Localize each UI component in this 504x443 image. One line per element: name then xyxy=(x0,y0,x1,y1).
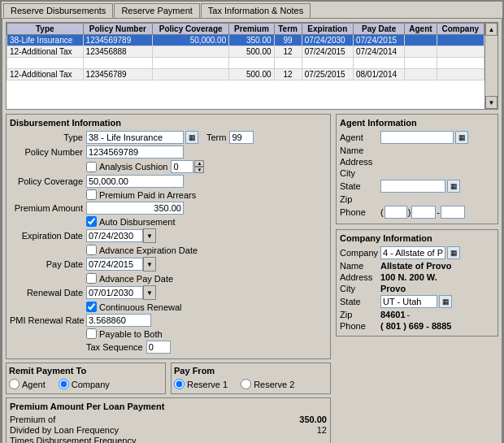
term-input[interactable] xyxy=(229,131,254,144)
remit-company-label: Company xyxy=(72,380,110,389)
tax-sequence-input[interactable] xyxy=(146,341,171,354)
reserve2-radio[interactable] xyxy=(241,379,251,389)
premium-of-value: 350.00 xyxy=(299,415,327,424)
continuous-renewal-checkbox[interactable] xyxy=(86,302,97,312)
company-zip-row: Zip 84601 - xyxy=(340,310,494,319)
cell-term: 12 xyxy=(274,46,302,58)
expiration-date-input[interactable] xyxy=(86,229,143,242)
payable-to-both-label: Payable to Both xyxy=(99,329,163,339)
company-state-grid-button[interactable]: ▦ xyxy=(439,295,452,308)
agent-state-row: State ▦ xyxy=(340,180,494,193)
pmi-renewal-input[interactable] xyxy=(86,314,151,327)
spinner-down[interactable]: ▼ xyxy=(194,167,204,173)
phone-dash: - xyxy=(437,207,440,217)
tab-content: Type Policy Number Policy Coverage Premi… xyxy=(2,18,502,443)
disbursement-header: Disbursement Information xyxy=(10,118,327,128)
pay-date-input[interactable] xyxy=(86,258,143,271)
table-row[interactable] xyxy=(7,58,484,69)
phone-open-paren: ( xyxy=(380,207,384,217)
tab-reserve-payment[interactable]: Reserve Payment xyxy=(114,3,199,18)
table-row[interactable]: 12-Additional Tax 123456888 500.00 12 07… xyxy=(7,46,484,58)
cell-company xyxy=(437,69,484,80)
policy-number-input[interactable] xyxy=(86,145,184,159)
expiration-date-dropdown: ▼ xyxy=(86,228,156,243)
type-input[interactable]: 38 - Life Insurance xyxy=(86,131,184,144)
type-grid-button[interactable]: ▦ xyxy=(185,131,198,144)
company-state-row: State ▦ xyxy=(340,295,494,308)
policy-coverage-input[interactable] xyxy=(86,175,184,188)
pay-from-header: Pay From xyxy=(174,366,328,376)
advance-pay-date-label: Advance Pay Date xyxy=(99,274,173,284)
agent-address-row: Address xyxy=(340,157,494,167)
cell-coverage: 50,000.00 xyxy=(153,35,229,46)
spinner-up[interactable]: ▲ xyxy=(194,160,204,167)
divided-value: 12 xyxy=(317,425,327,435)
renewal-date-arrow[interactable]: ▼ xyxy=(143,285,156,300)
policy-coverage-label: Policy Coverage xyxy=(10,176,83,186)
scroll-up-button[interactable]: ▲ xyxy=(485,23,497,36)
company-info-box: Company Information Company ▦ Name Allst… xyxy=(336,229,498,337)
company-company-label: Company xyxy=(340,248,380,258)
advance-expiration-checkbox[interactable] xyxy=(86,245,97,255)
company-state-input[interactable] xyxy=(380,295,437,308)
remit-agent-radio[interactable] xyxy=(9,379,20,389)
agent-state-label: State xyxy=(340,181,380,191)
analysis-cushion-checkbox[interactable] xyxy=(86,162,97,172)
premium-paid-checkbox[interactable] xyxy=(86,189,97,200)
analysis-cushion-input[interactable] xyxy=(171,160,193,173)
company-grid-button[interactable]: ▦ xyxy=(447,246,460,259)
tab-reserve-disbursements[interactable]: Reserve Disbursements xyxy=(3,3,113,18)
company-city-label: City xyxy=(340,284,380,293)
expiration-date-arrow[interactable]: ▼ xyxy=(143,228,156,243)
agent-agent-input[interactable] xyxy=(380,131,454,144)
company-zip-dash: - xyxy=(407,310,411,319)
agent-phone-area-input[interactable] xyxy=(385,206,407,219)
pmi-renewal-row: PMI Renewal Rate xyxy=(10,314,327,327)
cell-policy-number: 1234569789 xyxy=(83,35,153,46)
table-row[interactable]: 12-Additional Tax 123456789 500.00 12 07… xyxy=(7,69,484,80)
cell-pay-date: 07/24/2014 xyxy=(353,46,404,58)
agent-grid-button[interactable]: ▦ xyxy=(455,131,468,144)
table-row[interactable]: 38-Life Insurance 1234569789 50,000.00 3… xyxy=(7,35,484,46)
col-premium: Premium xyxy=(229,24,274,35)
renewal-date-dropdown: ▼ xyxy=(86,285,156,300)
agent-state-grid-button[interactable]: ▦ xyxy=(447,180,460,193)
auto-disbursement-label: Auto Disbursement xyxy=(99,217,176,227)
expiration-date-label: Expiration Date xyxy=(10,231,83,241)
col-pay-date: Pay Date xyxy=(353,24,404,35)
col-expiration: Expiration xyxy=(302,24,353,35)
policy-number-label: Policy Number xyxy=(10,147,83,157)
remit-payment-box: Remit Payment To Agent Company xyxy=(6,363,166,394)
auto-disbursement-checkbox[interactable] xyxy=(86,216,97,227)
reserve1-radio[interactable] xyxy=(174,379,185,389)
cell-company xyxy=(437,46,484,58)
company-city-value: Provo xyxy=(380,284,406,293)
scroll-down-button[interactable]: ▼ xyxy=(485,96,497,109)
company-company-row: Company ▦ xyxy=(340,246,494,259)
policy-coverage-row: Policy Coverage xyxy=(10,175,327,188)
cell-empty xyxy=(7,58,84,69)
premium-amount-input[interactable] xyxy=(86,202,184,215)
payable-to-both-checkbox[interactable] xyxy=(86,328,97,339)
cell-type: 12-Additional Tax xyxy=(7,69,84,80)
col-term: Term xyxy=(274,24,302,35)
tab-tax-information[interactable]: Tax Information & Notes xyxy=(201,3,311,18)
remit-company-radio[interactable] xyxy=(59,379,69,389)
company-name-row: Name Allstate of Provo xyxy=(340,261,494,271)
company-state-label: State xyxy=(340,297,380,306)
col-policy-coverage: Policy Coverage xyxy=(153,24,229,35)
company-address-value: 100 N. 200 W. xyxy=(380,272,437,282)
advance-pay-date-checkbox[interactable] xyxy=(86,273,97,284)
company-company-input[interactable] xyxy=(380,246,445,259)
renewal-date-input[interactable] xyxy=(86,286,143,299)
agent-state-input[interactable] xyxy=(380,180,445,193)
company-city-row: City Provo xyxy=(340,284,494,293)
agent-city-label: City xyxy=(340,168,380,178)
pay-date-arrow[interactable]: ▼ xyxy=(143,257,156,271)
premium-paid-label: Premium Paid in Arrears xyxy=(99,190,196,200)
pay-from-row: Reserve 1 Reserve 2 xyxy=(174,379,328,389)
company-name-label: Name xyxy=(340,261,380,271)
agent-phone-num-input[interactable] xyxy=(411,206,436,219)
col-type: Type xyxy=(7,24,84,35)
agent-phone-ext-input[interactable] xyxy=(441,206,465,219)
